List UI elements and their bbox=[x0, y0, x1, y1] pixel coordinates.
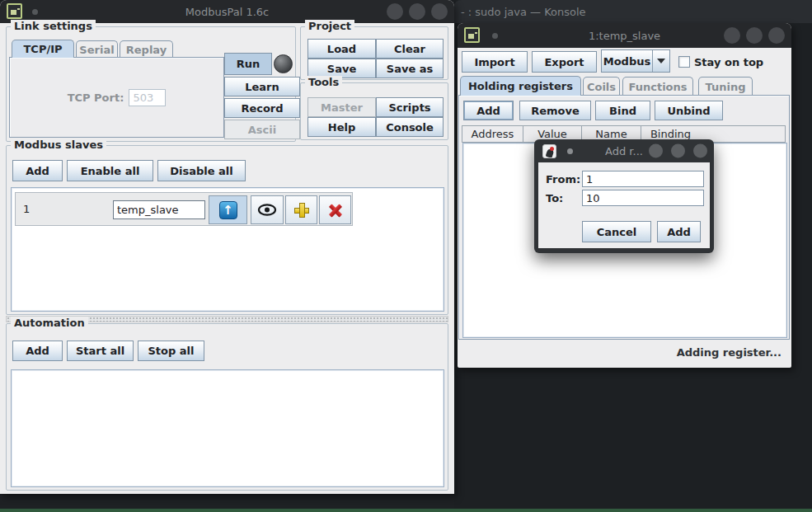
scripts-button[interactable]: Scripts bbox=[376, 97, 444, 117]
console-button[interactable]: Console bbox=[376, 117, 444, 137]
modbus-slaves-title: Modbus slaves bbox=[11, 139, 106, 152]
tab-serial[interactable]: Serial bbox=[76, 40, 118, 58]
duplicate-slave-button[interactable] bbox=[285, 195, 317, 224]
unbind-button[interactable]: Unbind bbox=[655, 101, 723, 120]
link-settings-group: Link settings TCP/IP Serial Replay TCP P… bbox=[6, 26, 296, 142]
eye-icon bbox=[257, 204, 277, 216]
tab-replay[interactable]: Replay bbox=[120, 40, 173, 58]
slave-name-field[interactable] bbox=[113, 200, 205, 219]
konsole-title: - : sudo java — Konsole bbox=[461, 6, 586, 18]
desktop: - : sudo java — Konsole ModbusPal 1.6c L… bbox=[0, 0, 812, 512]
dialog-maximize-button[interactable] bbox=[671, 144, 685, 158]
titlebar-dot-icon bbox=[32, 9, 38, 15]
modbuspal-window: ModbusPal 1.6c Link settings TCP/IP Seri… bbox=[0, 0, 454, 494]
help-button[interactable]: Help bbox=[307, 117, 376, 137]
export-button[interactable]: Export bbox=[532, 51, 597, 73]
tab-functions[interactable]: Functions bbox=[622, 77, 693, 96]
ascii-button: Ascii bbox=[224, 120, 300, 139]
from-field[interactable] bbox=[582, 171, 704, 187]
col-address[interactable]: Address bbox=[462, 125, 523, 143]
dialog-minimize-button[interactable] bbox=[649, 144, 663, 158]
run-status-led-icon bbox=[274, 54, 293, 73]
tcpip-panel: TCP Port: bbox=[9, 57, 224, 138]
enable-all-button[interactable]: Enable all bbox=[67, 160, 153, 181]
slave-row: 1 ↑ bbox=[15, 192, 353, 226]
load-button[interactable]: Load bbox=[307, 39, 376, 59]
dialog-titlebar[interactable]: Add r... bbox=[534, 139, 714, 162]
maximize-button[interactable] bbox=[409, 3, 425, 20]
automation-list bbox=[11, 369, 444, 487]
save-as-button[interactable]: Save as bbox=[376, 59, 444, 78]
minimize-button[interactable] bbox=[387, 3, 403, 20]
delete-slave-button[interactable] bbox=[319, 195, 351, 224]
modbuspal-window-title: ModbusPal 1.6c bbox=[185, 6, 269, 18]
slave-window-icon[interactable] bbox=[464, 27, 480, 43]
automation-title: Automation bbox=[11, 317, 88, 330]
modbus-mode-select[interactable]: Modbus bbox=[601, 49, 670, 73]
tools-group: Tools Master Scripts Help Console bbox=[300, 82, 448, 140]
slave-list: 1 ↑ bbox=[11, 187, 444, 312]
to-field[interactable] bbox=[582, 190, 704, 206]
learn-button[interactable]: Learn bbox=[224, 77, 300, 96]
automation-group: Automation Add Start all Stop all bbox=[6, 323, 448, 491]
plus-icon bbox=[294, 203, 309, 218]
add-register-dialog: Add r... From: To: Cancel Add bbox=[534, 139, 714, 253]
add-slave-button[interactable]: Add bbox=[12, 160, 63, 181]
add-automation-button[interactable]: Add bbox=[12, 341, 63, 361]
dialog-title: Add r... bbox=[605, 145, 643, 157]
up-arrow-icon: ↑ bbox=[219, 201, 237, 219]
project-title: Project bbox=[305, 20, 354, 33]
link-settings-title: Link settings bbox=[11, 20, 96, 33]
project-group: Project Load Clear Save Save as bbox=[300, 26, 448, 80]
clear-button[interactable]: Clear bbox=[376, 39, 444, 59]
run-button[interactable]: Run bbox=[224, 53, 272, 75]
tab-tcpip[interactable]: TCP/IP bbox=[12, 40, 74, 58]
slave-titlebar-dot-icon bbox=[492, 33, 498, 39]
tab-tuning[interactable]: Tuning bbox=[698, 77, 753, 96]
stay-on-top-label: Stay on top bbox=[694, 56, 763, 68]
bind-button[interactable]: Bind bbox=[595, 101, 650, 120]
slave-maximize-button[interactable] bbox=[746, 27, 763, 44]
add-register-button[interactable]: Add bbox=[463, 101, 514, 120]
konsole-titlebar[interactable]: - : sudo java — Konsole bbox=[454, 0, 812, 23]
app-window-icon[interactable] bbox=[7, 3, 22, 19]
slave-close-button[interactable] bbox=[768, 27, 785, 44]
dialog-body: From: To: Cancel Add bbox=[538, 162, 710, 248]
tcp-port-label: TCP Port: bbox=[68, 92, 124, 104]
slave-minimize-button[interactable] bbox=[724, 27, 740, 44]
stop-all-button[interactable]: Stop all bbox=[138, 341, 204, 361]
dropdown-arrow-icon bbox=[652, 50, 669, 72]
dialog-dot-icon bbox=[567, 148, 573, 154]
java-app-icon bbox=[542, 144, 556, 158]
modbus-mode-value: Modbus bbox=[602, 50, 652, 72]
toggle-visibility-button[interactable] bbox=[251, 195, 284, 224]
to-label: To: bbox=[546, 192, 563, 204]
tcp-port-field bbox=[129, 89, 166, 106]
dialog-cancel-button[interactable]: Cancel bbox=[582, 221, 651, 242]
close-button[interactable] bbox=[431, 3, 448, 20]
start-all-button[interactable]: Start all bbox=[67, 341, 134, 361]
dialog-add-button[interactable]: Add bbox=[657, 221, 701, 242]
tools-title: Tools bbox=[305, 76, 342, 89]
import-button[interactable]: Import bbox=[462, 51, 528, 73]
status-message: Adding register... bbox=[677, 346, 781, 359]
record-button[interactable]: Record bbox=[224, 98, 300, 118]
disable-all-button[interactable]: Disable all bbox=[157, 160, 246, 181]
dialog-close-button[interactable] bbox=[693, 144, 707, 158]
from-label: From: bbox=[546, 173, 580, 186]
tab-coils[interactable]: Coils bbox=[583, 77, 620, 96]
show-registers-button[interactable]: ↑ bbox=[209, 195, 247, 224]
slave-titlebar[interactable]: 1:temp_slave bbox=[458, 23, 791, 48]
master-button: Master bbox=[307, 97, 376, 117]
desktop-edge-highlight bbox=[0, 509, 812, 512]
delete-x-icon bbox=[327, 202, 344, 218]
modbus-slaves-group: Modbus slaves Add Enable all Disable all… bbox=[6, 145, 448, 315]
remove-register-button[interactable]: Remove bbox=[519, 101, 591, 120]
slave-window-title: 1:temp_slave bbox=[589, 30, 660, 42]
tab-holding-registers[interactable]: Holding registers bbox=[460, 76, 581, 96]
slave-id: 1 bbox=[23, 203, 30, 215]
stay-on-top-checkbox[interactable] bbox=[678, 56, 690, 68]
